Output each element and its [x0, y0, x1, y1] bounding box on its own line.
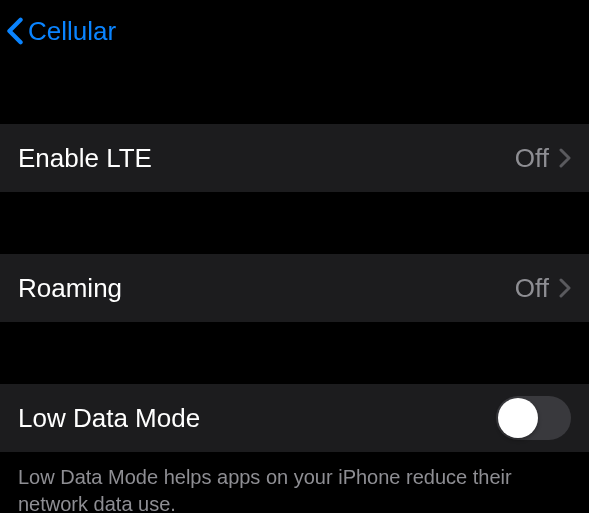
low-data-mode-row: Low Data Mode [0, 384, 589, 452]
nav-bar: Cellular [0, 0, 589, 62]
roaming-row[interactable]: Roaming Off [0, 254, 589, 322]
spacer [0, 322, 589, 384]
chevron-right-icon [559, 148, 571, 168]
back-button[interactable]: Cellular [6, 16, 116, 47]
spacer [0, 192, 589, 254]
toggle-knob [498, 398, 538, 438]
enable-lte-row[interactable]: Enable LTE Off [0, 124, 589, 192]
low-data-mode-label: Low Data Mode [18, 403, 200, 434]
enable-lte-value: Off [515, 143, 549, 174]
enable-lte-value-container: Off [515, 143, 571, 174]
low-data-mode-toggle[interactable] [496, 396, 571, 440]
roaming-label: Roaming [18, 273, 122, 304]
enable-lte-label: Enable LTE [18, 143, 152, 174]
roaming-value-container: Off [515, 273, 571, 304]
back-label: Cellular [28, 16, 116, 47]
spacer [0, 62, 589, 124]
chevron-right-icon [559, 278, 571, 298]
low-data-mode-footer: Low Data Mode helps apps on your iPhone … [0, 452, 589, 513]
roaming-value: Off [515, 273, 549, 304]
chevron-left-icon [6, 17, 24, 45]
